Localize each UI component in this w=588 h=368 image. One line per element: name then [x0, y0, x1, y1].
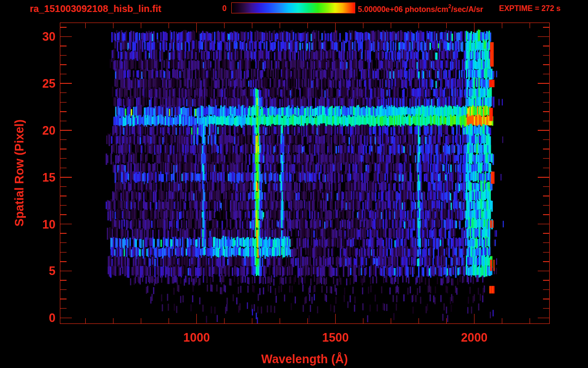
colorbar-max-value: 5.00000e+06 photons/cm [358, 5, 448, 13]
file-title: ra_151003092108_hisb_lin.fit [30, 3, 161, 14]
colorbar-max-units: /sec/A/sr [451, 5, 483, 13]
colorbar-min-label: 0 [209, 4, 226, 13]
y-tick-label: 5 [17, 264, 56, 278]
x-axis-title: Wavelength (Å) [261, 352, 348, 366]
y-tick-label: 30 [17, 30, 56, 44]
x-tick-label: 1500 [309, 331, 362, 345]
colorbar-gradient [232, 3, 355, 13]
y-tick-label: 10 [17, 217, 56, 231]
y-tick-label: 15 [17, 170, 56, 184]
colorbar [231, 2, 355, 13]
y-tick-label: 25 [17, 77, 56, 91]
exptime-label: EXPTIME = 272 s [499, 4, 561, 13]
idl-spectrogram-window: ra_151003092108_hisb_lin.fit 0 5.00000e+… [0, 0, 588, 368]
colorbar-max-superscript: 2 [448, 3, 451, 9]
x-tick-label: 2000 [448, 331, 500, 345]
heatmap-canvas [60, 23, 549, 323]
y-tick-label: 0 [17, 311, 56, 325]
colorbar-max-label: 5.00000e+06 photons/cm2/sec/A/sr [358, 4, 483, 14]
x-tick-label: 1000 [170, 331, 223, 345]
y-tick-label: 20 [17, 123, 56, 137]
